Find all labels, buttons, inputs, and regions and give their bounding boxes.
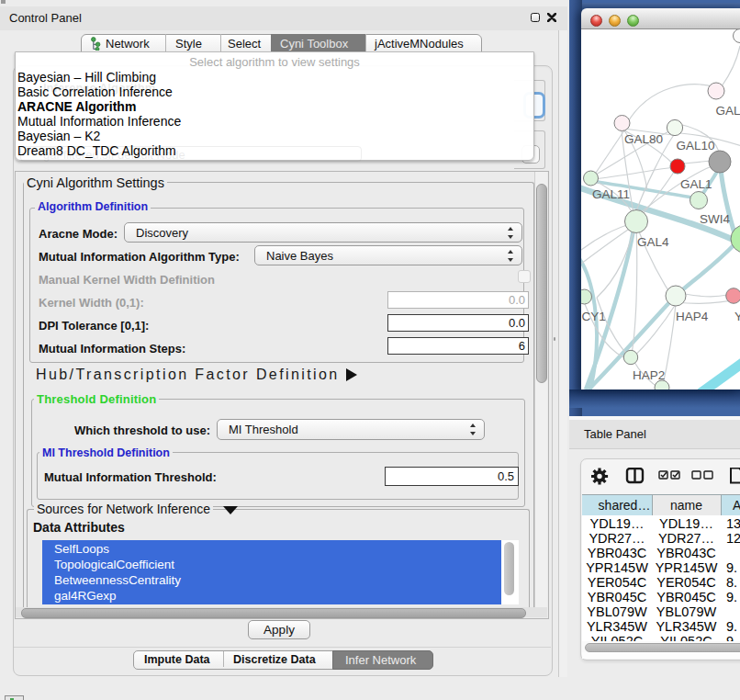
svg-text:GAL80: GAL80 [624, 132, 663, 146]
svg-text:GAL1: GAL1 [680, 177, 712, 191]
svg-text:Y: Y [734, 310, 740, 323]
svg-text:SWI4: SWI4 [700, 212, 730, 226]
svg-text:HAP4: HAP4 [676, 310, 709, 323]
svg-text:GAL10: GAL10 [677, 139, 715, 152]
svg-text:GCY1: GCY1 [581, 310, 606, 323]
svg-text:GAL11: GAL11 [592, 187, 630, 201]
svg-text:HAP2: HAP2 [633, 368, 665, 382]
svg-text:GAL: GAL [716, 104, 740, 118]
svg-text:GAL4: GAL4 [637, 235, 669, 249]
